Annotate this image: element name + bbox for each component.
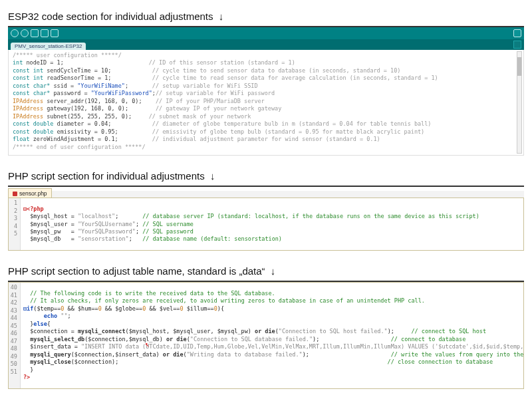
php2-editor[interactable]: 40 41 42 43 44 45 46 47 48 49 50 51 // T… bbox=[8, 282, 524, 389]
php2-title-text: PHP script section to adjust table name,… bbox=[8, 265, 265, 277]
npp-file-tab[interactable]: sensor.php bbox=[8, 188, 52, 198]
php1-code[interactable]: ⊟<?php $mysql_host = "localhost"; // dat… bbox=[21, 204, 482, 245]
php1-editor[interactable]: 1 2 3 4 5 ⊟<?php $mysql_host = "localhos… bbox=[8, 198, 524, 251]
save-button[interactable] bbox=[51, 29, 59, 37]
arduino-sketch-tab[interactable]: PMV_sensor_station-ESP32 bbox=[11, 43, 86, 50]
npp-tabrow: sensor.php bbox=[8, 187, 524, 198]
php2-code[interactable]: // The following code is to write the re… bbox=[21, 289, 523, 383]
php2-line-gutter: 40 41 42 43 44 45 46 47 48 49 50 51 bbox=[9, 283, 21, 388]
tab-menu-icon[interactable] bbox=[513, 41, 521, 49]
down-arrow-icon: ↓ bbox=[207, 170, 215, 182]
upload-button[interactable] bbox=[21, 29, 29, 37]
esp32-title: ESP32 code section for individual adjust… bbox=[8, 8, 524, 27]
new-button[interactable] bbox=[31, 29, 39, 37]
php1-title-text: PHP script section for individual adjust… bbox=[8, 170, 205, 182]
unsaved-dot-icon bbox=[13, 192, 17, 196]
arduino-toolbar bbox=[8, 27, 524, 39]
scrollbar[interactable] bbox=[517, 51, 522, 154]
esp32-title-text: ESP32 code section for individual adjust… bbox=[8, 11, 213, 22]
arduino-editor[interactable]: /***** user configuration *****/ int nod… bbox=[8, 50, 524, 156]
down-arrow-icon: ↓ bbox=[268, 265, 276, 277]
arduino-tab-band: PMV_sensor_station-ESP32 bbox=[8, 39, 524, 50]
php1-title: PHP script section for individual adjust… bbox=[8, 168, 524, 187]
php2-title: PHP script section to adjust table name,… bbox=[8, 263, 524, 282]
php-config-section: PHP script section for individual adjust… bbox=[8, 168, 524, 251]
serial-monitor-button[interactable] bbox=[513, 29, 521, 37]
scrollbar-thumb[interactable] bbox=[517, 57, 521, 76]
open-button[interactable] bbox=[41, 29, 49, 37]
php-insert-section: PHP script section to adjust table name,… bbox=[8, 263, 524, 389]
arduino-code[interactable]: /***** user configuration *****/ int nod… bbox=[13, 52, 517, 151]
verify-button[interactable] bbox=[11, 29, 19, 37]
php1-line-gutter: 1 2 3 4 5 bbox=[9, 198, 21, 250]
npp-tab-label: sensor.php bbox=[19, 190, 47, 197]
down-arrow-icon: ↓ bbox=[216, 11, 224, 22]
esp32-section: ESP32 code section for individual adjust… bbox=[8, 8, 524, 156]
